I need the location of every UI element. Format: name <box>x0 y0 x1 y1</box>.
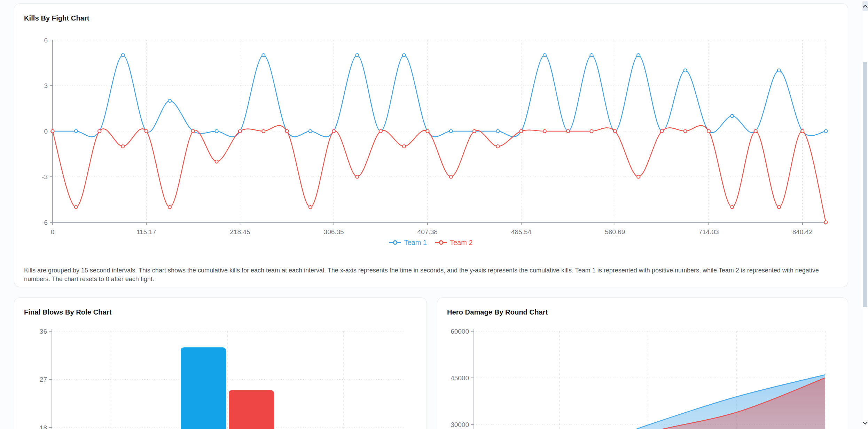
dashboard-page: Kills By Fight Chart 630-3-60115.17218.4… <box>0 0 868 429</box>
svg-text:218.45: 218.45 <box>230 228 250 236</box>
svg-text:60000: 60000 <box>451 328 469 335</box>
chart-legend: Team 1 Team 2 <box>14 237 848 248</box>
kills-by-fight-card: Kills By Fight Chart 630-3-60115.17218.4… <box>14 3 848 287</box>
scroll-up-button[interactable] <box>862 1 868 11</box>
svg-text:115.17: 115.17 <box>136 228 156 236</box>
legend-label-team-1: Team 1 <box>404 239 427 247</box>
chart-description: Kills are grouped by 15 second intervals… <box>24 266 838 284</box>
team-1-line-marker-icon <box>389 240 401 245</box>
svg-text:-6: -6 <box>42 219 48 226</box>
svg-text:30000: 30000 <box>451 421 469 428</box>
svg-text:6: 6 <box>44 37 48 44</box>
page-scrollbar[interactable] <box>862 0 868 429</box>
svg-text:36: 36 <box>40 328 47 335</box>
final-blows-card: Final Blows By Role Chart 362718 <box>14 297 427 429</box>
svg-text:0: 0 <box>51 228 55 236</box>
svg-text:3: 3 <box>44 82 48 89</box>
svg-text:18: 18 <box>40 424 47 429</box>
svg-text:485.54: 485.54 <box>511 228 532 236</box>
svg-text:27: 27 <box>40 376 47 383</box>
svg-text:580.69: 580.69 <box>605 228 625 236</box>
scrollbar-thumb[interactable] <box>863 62 867 307</box>
legend-label-team-2: Team 2 <box>450 239 473 247</box>
final-blows-chart[interactable]: 362718 <box>14 298 427 429</box>
hero-damage-chart[interactable]: 600004500030000 <box>437 298 848 429</box>
svg-text:840.42: 840.42 <box>792 228 813 236</box>
legend-item-team-1[interactable]: Team 1 <box>389 239 427 247</box>
hero-damage-card: Hero Damage By Round Chart 6000045000300… <box>437 297 848 429</box>
svg-text:714.03: 714.03 <box>698 228 719 236</box>
svg-text:-3: -3 <box>42 173 48 181</box>
chevron-down-icon <box>862 420 867 424</box>
svg-text:0: 0 <box>44 128 48 135</box>
svg-text:306.35: 306.35 <box>324 228 344 236</box>
chevron-up-icon <box>862 5 867 9</box>
team-2-line-marker-icon <box>435 240 447 245</box>
svg-text:407.38: 407.38 <box>417 228 438 236</box>
svg-text:45000: 45000 <box>451 374 469 382</box>
scroll-down-button[interactable] <box>862 419 868 427</box>
legend-item-team-2[interactable]: Team 2 <box>435 239 473 247</box>
